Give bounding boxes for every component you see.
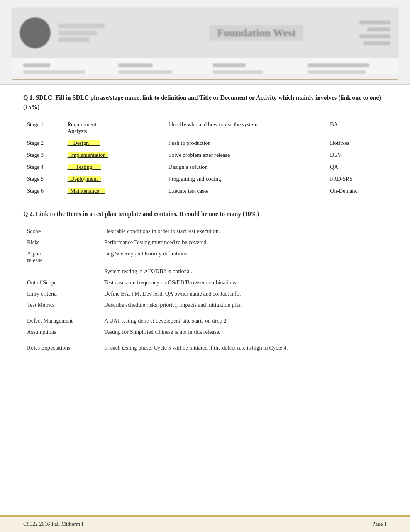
info-label-4 <box>308 63 369 67</box>
stage-name-highlight: _Implementation_ <box>68 152 108 158</box>
header-right <box>359 20 390 45</box>
table-row: Risks Performance Testing must need to b… <box>23 237 387 248</box>
item-label <box>23 311 100 315</box>
header-area: Foundation West <box>0 0 410 85</box>
item-desc: Bug Severity and Priority definitions <box>100 248 387 266</box>
stage-label: Stage 1 <box>23 119 64 137</box>
stage-activity: Programing and coding <box>164 173 326 185</box>
stage-label: Stage 6 <box>23 185 64 197</box>
stage-activity: Design a solution <box>164 161 326 173</box>
stage-activity: Push to production <box>164 137 326 149</box>
item-label <box>23 266 100 277</box>
stage-name-highlight: _Maintenance__ <box>68 188 105 194</box>
footer: CS522 2016 Fall Midterm I Page 1 <box>0 515 410 532</box>
item-desc: Performance Testing must need to be cove… <box>100 237 387 248</box>
header-line-1 <box>58 24 105 28</box>
info-label-1 <box>23 63 50 67</box>
header-right-line-2 <box>367 27 390 31</box>
stage-name: __Design____ <box>64 137 165 149</box>
item-desc <box>100 311 387 315</box>
info-label-2 <box>118 63 153 67</box>
req-top: Requirement <box>68 121 161 128</box>
stage-role: DEV <box>326 149 387 161</box>
table-row: . <box>23 354 387 365</box>
stage-label: Stage 5 <box>23 173 64 185</box>
info-col-1 <box>23 63 103 74</box>
table-row: Roles Expectations In each testing phase… <box>23 342 387 354</box>
header-title: Foundation West <box>209 25 303 41</box>
info-divider <box>12 79 398 80</box>
q2-title: Q 2. Link to the Items in a test plan te… <box>23 209 387 219</box>
stage-role: On-Demand <box>326 185 387 197</box>
stage-role: Hotfixes <box>326 137 387 149</box>
stage-name-highlight: ___Testing___ <box>68 164 101 170</box>
footer-left: CS522 2016 Fall Midterm I <box>23 521 83 527</box>
item-label: Test Metrics <box>23 299 100 311</box>
table-row: System testing in AIX/DB2 is optional. <box>23 266 387 277</box>
table-row: Stage 2 __Design____ Push to production … <box>23 137 387 149</box>
q2-table: Scope Desirable conditions in order to s… <box>23 226 387 365</box>
table-row: Stage 6 _Maintenance__ Execute test case… <box>23 185 387 197</box>
item-label: Out of Scope <box>23 277 100 288</box>
avatar <box>20 17 51 48</box>
info-col-3 <box>213 63 292 74</box>
table-row: Alpharelease Bug Severity and Priority d… <box>23 248 387 266</box>
req-bottom: Analysis <box>68 128 161 134</box>
table-row: Stage 4 ___Testing___ Design a solution … <box>23 161 387 173</box>
item-label: Assumptions <box>23 326 100 338</box>
stage-name: _Implementation_ <box>64 149 165 161</box>
info-value-2 <box>118 70 172 74</box>
header-banner: Foundation West <box>12 8 398 58</box>
header-right-line-4 <box>363 41 390 45</box>
stage-activity: Solve problem after release <box>164 149 326 161</box>
item-desc: In each testing phase, Cycle 5 will be i… <box>100 342 387 354</box>
info-value-3 <box>213 70 263 74</box>
item-desc: Describe schedule risks, priority, impac… <box>100 299 387 311</box>
item-label: Scope <box>23 226 100 237</box>
item-desc: A UAT testing done at developers’ site s… <box>100 315 387 326</box>
item-label <box>23 354 100 365</box>
q2-section: Q 2. Link to the Items in a test plan te… <box>23 209 387 365</box>
item-label: Alpharelease <box>23 248 100 266</box>
stage-label: Stage 4 <box>23 161 64 173</box>
item-desc: Test cases run frequency on OS/DB/Browse… <box>100 277 387 288</box>
footer-right: Page 1 <box>372 521 387 527</box>
item-desc: Define BA, PM, Dev lead, QA owner name a… <box>100 288 387 299</box>
header-title-block: Foundation West <box>161 25 352 41</box>
item-desc: Desirable conditions in order to start t… <box>100 226 387 237</box>
item-label: Roles Expectations <box>23 342 100 354</box>
stage-name-highlight: __Design____ <box>68 140 100 146</box>
info-row <box>12 58 398 74</box>
stage-activity: Identify who and how to use the system <box>164 119 326 137</box>
stage-name: ___Testing___ <box>64 161 165 173</box>
info-value-4 <box>308 70 366 74</box>
main-content: Q 1. SDLC. Fill in SDLC phrase/stage nam… <box>0 85 410 376</box>
table-row: Test Metrics Describe schedule risks, pr… <box>23 299 387 311</box>
stage-role: BA <box>326 119 387 137</box>
info-col-4 <box>308 63 387 74</box>
stage-role: QA <box>326 161 387 173</box>
header-line-3 <box>58 37 89 42</box>
table-row: Stage 1 Requirement Analysis Identify wh… <box>23 119 387 137</box>
table-row <box>23 338 387 342</box>
header-right-line-1 <box>359 20 390 24</box>
item-label <box>23 338 100 342</box>
stage-name: Requirement Analysis <box>64 119 165 137</box>
sdlc-table: Stage 1 Requirement Analysis Identify wh… <box>23 119 387 197</box>
table-row <box>23 311 387 315</box>
stage-name: _Deployment_ <box>64 173 165 185</box>
info-col-2 <box>118 63 198 74</box>
table-row: Defect Management A UAT testing done at … <box>23 315 387 326</box>
stage-name: _Maintenance__ <box>64 185 165 197</box>
item-label: Entry criteria <box>23 288 100 299</box>
stage-name-highlight: _Deployment_ <box>68 176 101 182</box>
table-row: Stage 3 _Implementation_ Solve problem a… <box>23 149 387 161</box>
item-desc <box>100 338 387 342</box>
item-label: Risks <box>23 237 100 248</box>
q1-title: Q 1. SDLC. Fill in SDLC phrase/stage nam… <box>23 93 387 112</box>
header-right-line-3 <box>359 34 390 38</box>
table-row: Stage 5 _Deployment_ Programing and codi… <box>23 173 387 185</box>
stage-label: Stage 2 <box>23 137 64 149</box>
item-desc: System testing in AIX/DB2 is optional. <box>100 266 387 277</box>
info-label-3 <box>213 63 246 67</box>
